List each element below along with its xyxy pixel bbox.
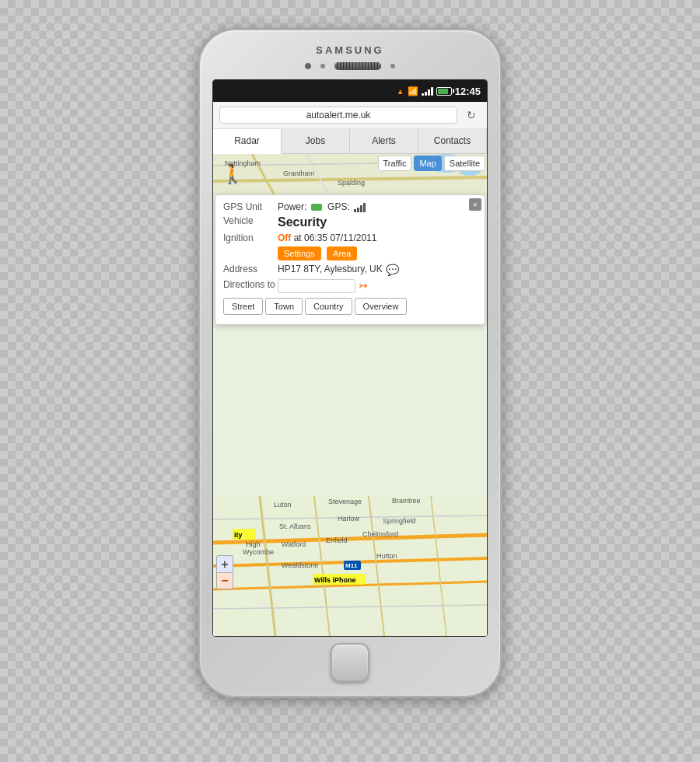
svg-text:Luton: Luton xyxy=(274,501,292,509)
svg-text:Hutton: Hutton xyxy=(376,552,397,560)
info-popup: × GPS Unit Power: GPS: xyxy=(215,194,485,325)
phone-screen: ▲ 📶 12:45 xyxy=(212,79,488,637)
svg-text:Braintree: Braintree xyxy=(392,497,421,505)
bottom-map-svg: Luton Stevenage Braintree St. Albans Har… xyxy=(213,496,487,636)
popup-close-button[interactable]: × xyxy=(469,198,481,211)
browser-bar: autoalert.me.uk ↻ xyxy=(213,102,487,129)
map-controls-overlay: Traffic Map Satellite xyxy=(378,156,486,171)
status-bar: ▲ 📶 12:45 xyxy=(213,80,487,102)
url-bar[interactable]: autoalert.me.uk xyxy=(219,107,457,124)
tab-jobs[interactable]: Jobs xyxy=(282,129,350,153)
phone-top: SAMSUNG xyxy=(214,44,486,75)
battery-fill xyxy=(438,89,449,94)
directions-input[interactable] xyxy=(278,279,355,293)
svg-text:Wealdstone: Wealdstone xyxy=(282,561,318,569)
phone-wrapper: SAMSUNG ▲ 📶 xyxy=(198,29,502,733)
address-label: Address xyxy=(223,264,278,274)
svg-text:Wycombe: Wycombe xyxy=(243,548,274,556)
gps-unit-label: GPS Unit xyxy=(223,201,278,212)
signal-bar-4 xyxy=(431,87,433,96)
satellite-button[interactable]: Satellite xyxy=(444,156,485,171)
refresh-button[interactable]: ↻ xyxy=(462,106,481,124)
settings-button[interactable]: Settings xyxy=(278,246,321,260)
action-buttons-row: Settings Area xyxy=(223,246,477,260)
street-button[interactable]: Street xyxy=(223,298,263,315)
gps-unit-row: GPS Unit Power: GPS: xyxy=(223,201,477,212)
notification-icon: ▲ xyxy=(397,87,404,96)
address-value: HP17 8TY, Aylesbury, UK xyxy=(278,264,383,274)
map-button[interactable]: Map xyxy=(414,156,441,171)
share-address-icon[interactable]: 💬 xyxy=(386,264,399,276)
power-indicator xyxy=(311,204,322,211)
ignition-status: Off xyxy=(278,232,291,243)
area-button[interactable]: Area xyxy=(327,246,357,260)
overview-button[interactable]: Overview xyxy=(355,298,408,315)
directions-share-icon[interactable]: ↣ xyxy=(359,279,368,292)
svg-text:Enfield: Enfield xyxy=(326,537,348,544)
power-label: Power: xyxy=(278,201,306,212)
svg-text:Watford: Watford xyxy=(282,540,306,548)
ignition-row: Ignition Off at 06:35 07/11/2011 xyxy=(223,232,477,243)
svg-text:Spalding: Spalding xyxy=(338,179,365,187)
home-button[interactable] xyxy=(331,643,369,682)
speaker-camera-row xyxy=(305,62,395,70)
wifi-icon: 📶 xyxy=(408,86,418,96)
sensor-dot-2 xyxy=(390,64,395,68)
person-pin: 🚶 xyxy=(221,163,244,185)
gps-label: GPS: xyxy=(327,201,350,212)
traffic-button[interactable]: Traffic xyxy=(378,156,412,171)
time-display: 12:45 xyxy=(455,86,481,97)
directions-row: Directions to ↣ xyxy=(223,279,477,293)
bottom-map: Luton Stevenage Braintree St. Albans Har… xyxy=(213,496,487,636)
ignition-time: at 06:35 07/11/2011 xyxy=(294,232,377,243)
zoom-buttons-row: Street Town Country Overview xyxy=(223,298,477,315)
phone-device: SAMSUNG ▲ 📶 xyxy=(198,29,502,697)
town-button[interactable]: Town xyxy=(265,298,303,315)
svg-text:Grantham: Grantham xyxy=(283,170,314,177)
map-zoom-controls: + − xyxy=(216,555,233,589)
battery-icon xyxy=(436,87,452,96)
speaker-grille xyxy=(334,62,381,70)
map-container: Nottingham Grantham Spalding Traffic Map… xyxy=(213,154,487,636)
vehicle-name: Security xyxy=(278,215,327,229)
svg-text:Stevenage: Stevenage xyxy=(328,498,362,505)
sensor-dot xyxy=(320,64,325,68)
tab-contacts[interactable]: Contacts xyxy=(418,129,487,153)
svg-text:Chelmsford: Chelmsford xyxy=(362,530,398,538)
address-row: Address HP17 8TY, Aylesbury, UK 💬 xyxy=(223,264,477,276)
gps-unit-value: Power: GPS: xyxy=(278,201,366,212)
phone-reflection xyxy=(219,702,481,733)
vehicle-label: Vehicle xyxy=(223,215,278,226)
signal-bar-1 xyxy=(422,93,424,96)
gps-signal-bars xyxy=(354,203,366,212)
svg-text:Springfield: Springfield xyxy=(383,517,416,525)
action-buttons: Settings Area xyxy=(278,246,357,260)
ignition-label: Ignition xyxy=(223,232,278,243)
phone-bottom xyxy=(214,643,486,682)
tab-alerts[interactable]: Alerts xyxy=(350,129,418,153)
directions-label: Directions to xyxy=(223,279,278,290)
svg-text:Harlow: Harlow xyxy=(338,515,360,523)
svg-text:ity: ity xyxy=(234,531,243,539)
svg-text:Wills iPhone: Wills iPhone xyxy=(314,576,355,584)
nav-tabs: Radar Jobs Alerts Contacts xyxy=(213,129,487,154)
svg-text:M11: M11 xyxy=(345,562,358,569)
samsung-logo: SAMSUNG xyxy=(316,44,383,56)
zoom-in-button[interactable]: + xyxy=(216,555,233,572)
signal-bar-2 xyxy=(425,92,427,96)
status-icons: ▲ 📶 12:45 xyxy=(397,86,481,97)
tab-radar[interactable]: Radar xyxy=(213,129,282,154)
camera-dot xyxy=(305,63,311,69)
signal-bar-3 xyxy=(428,89,430,96)
vehicle-row: Vehicle Security xyxy=(223,215,477,229)
svg-text:High: High xyxy=(246,540,261,548)
signal-bars xyxy=(422,86,433,96)
zoom-out-button[interactable]: − xyxy=(216,572,233,589)
country-button[interactable]: Country xyxy=(305,298,352,315)
ignition-value: Off at 06:35 07/11/2011 xyxy=(278,232,376,243)
svg-text:St. Albans: St. Albans xyxy=(279,523,311,530)
